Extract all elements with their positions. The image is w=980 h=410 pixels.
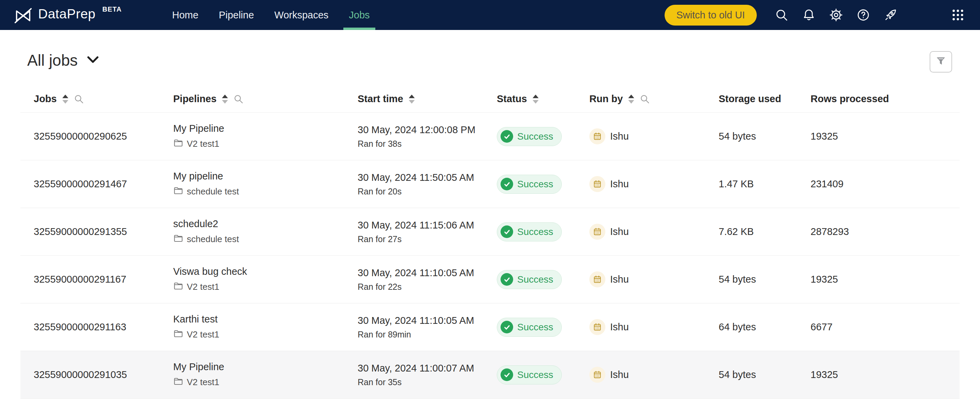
nav-item-workspaces[interactable]: Workspaces (264, 0, 339, 30)
jobs-table: Jobs Pipelines Start time (21, 86, 959, 399)
navbar-right: Switch to old UI (665, 2, 965, 29)
status-label: Success (517, 227, 553, 237)
user-avatar[interactable] (911, 2, 938, 29)
rows-processed-cell: 6677 (811, 321, 946, 333)
status-cell: Success (497, 365, 589, 384)
rows-processed-cell: 19325 (811, 131, 946, 142)
run-duration: Ran for 38s (358, 139, 497, 149)
status-badge: Success (497, 127, 562, 146)
run-by-user: Ishu (610, 178, 629, 190)
column-header-run-by: Run by (589, 93, 719, 105)
start-time-cell: 30 May, 2024 11:15:06 AM Ran for 27s (358, 219, 497, 244)
dataprep-logo-icon (14, 3, 33, 27)
pipeline-cell: My pipeline schedule test (173, 170, 358, 198)
workspace-name: schedule test (187, 234, 239, 244)
table-header-row: Jobs Pipelines Start time (21, 86, 959, 113)
rows-processed: 6677 (811, 321, 833, 332)
storage-used: 54 bytes (719, 131, 756, 142)
rows-processed: 19325 (811, 131, 838, 142)
storage-used: 54 bytes (719, 274, 756, 285)
job-row[interactable]: 32559000000291163 Karthi test V2 test1 3… (21, 303, 959, 351)
sort-icon[interactable] (408, 94, 415, 104)
column-header-label: Pipelines (173, 93, 216, 105)
column-search-icon[interactable] (234, 94, 243, 104)
help-icon[interactable] (856, 8, 870, 22)
rows-processed-cell: 19325 (811, 274, 946, 285)
brand-name: DataPrep (38, 3, 95, 24)
column-header-label: Jobs (34, 93, 57, 105)
column-search-icon[interactable] (74, 94, 84, 104)
job-row[interactable]: 32559000000291355 schedule2 schedule tes… (21, 208, 959, 256)
job-id: 32559000000290625 (34, 131, 173, 142)
column-header-status: Status (497, 93, 589, 105)
nav-item-jobs[interactable]: Jobs (339, 0, 380, 30)
rows-processed: 19325 (811, 274, 838, 285)
status-label: Success (517, 274, 553, 285)
page-title: All jobs (27, 51, 78, 69)
sort-icon[interactable] (532, 94, 539, 104)
job-row[interactable]: 32559000000291467 My pipeline schedule t… (21, 160, 959, 208)
nav-item-home[interactable]: Home (162, 0, 208, 30)
apps-grid-icon[interactable] (951, 8, 965, 22)
whats-new-rocket-icon[interactable] (883, 8, 898, 22)
nav-item-label: Jobs (349, 10, 369, 21)
storage-used-cell: 64 bytes (719, 321, 811, 333)
start-time-cell: 30 May, 2024 11:10:05 AM Ran for 89min (358, 315, 497, 340)
rows-processed-cell: 2878293 (811, 226, 946, 237)
success-check-icon (501, 273, 513, 286)
filter-funnel-icon (935, 56, 946, 68)
status-badge: Success (497, 175, 562, 194)
settings-gear-icon[interactable] (829, 8, 843, 22)
workspace-name: schedule test (187, 186, 239, 197)
brand-logo[interactable]: DataPrep BETA (14, 3, 122, 27)
storage-used: 64 bytes (719, 321, 756, 332)
run-by-cell: Ishu (589, 176, 719, 192)
job-row[interactable]: 32559000000291167 Viswa bug check V2 tes… (21, 256, 959, 303)
nav-item-label: Pipeline (219, 10, 254, 21)
workspace-name: V2 test1 (187, 329, 219, 340)
nav-item-label: Home (172, 10, 198, 21)
start-time-cell: 30 May, 2024 11:50:05 AM Ran for 20s (358, 172, 497, 197)
jobs-view-dropdown[interactable]: All jobs (27, 51, 99, 69)
column-search-icon[interactable] (640, 94, 650, 104)
column-header-start-time: Start time (358, 93, 497, 105)
schedule-calendar-icon (589, 176, 605, 192)
run-by-cell: Ishu (589, 319, 719, 335)
run-by-user: Ishu (610, 226, 629, 238)
switch-to-old-ui-button[interactable]: Switch to old UI (665, 5, 757, 26)
job-id-cell: 32559000000290625 (34, 131, 173, 142)
schedule-calendar-icon (589, 128, 605, 144)
pipeline-name: schedule2 (173, 218, 358, 230)
storage-used-cell: 1.47 KB (719, 179, 811, 190)
schedule-calendar-icon (589, 367, 605, 383)
search-icon[interactable] (775, 8, 789, 22)
storage-used-cell: 54 bytes (719, 369, 811, 380)
run-duration: Ran for 89min (358, 330, 497, 340)
workspace-name: V2 test1 (187, 377, 219, 388)
sort-icon[interactable] (62, 94, 69, 104)
sort-icon[interactable] (627, 94, 635, 104)
success-check-icon (501, 225, 513, 238)
run-duration: Ran for 22s (358, 282, 497, 292)
column-header-storage-used: Storage used (719, 93, 811, 105)
pipeline-name: Viswa bug check (173, 266, 358, 278)
nav-item-pipeline[interactable]: Pipeline (208, 0, 264, 30)
storage-used: 54 bytes (719, 369, 756, 380)
schedule-calendar-icon (589, 319, 605, 335)
sort-icon[interactable] (221, 94, 229, 104)
storage-used-cell: 54 bytes (719, 131, 811, 142)
status-label: Success (517, 370, 553, 380)
job-row[interactable]: 32559000000290625 My Pipeline V2 test1 3… (21, 113, 959, 160)
notifications-bell-icon[interactable] (802, 8, 816, 22)
filter-button[interactable] (930, 51, 952, 73)
job-row[interactable]: 32559000000291035 My Pipeline V2 test1 3… (21, 351, 959, 399)
folder-icon (173, 376, 183, 389)
status-label: Success (517, 131, 553, 142)
run-by-user: Ishu (610, 369, 629, 381)
status-cell: Success (497, 175, 589, 194)
job-id-cell: 32559000000291167 (34, 274, 173, 285)
column-header-pipelines: Pipelines (173, 93, 358, 105)
run-duration: Ran for 27s (358, 234, 497, 244)
status-badge: Success (497, 318, 562, 337)
status-badge: Success (497, 365, 562, 384)
